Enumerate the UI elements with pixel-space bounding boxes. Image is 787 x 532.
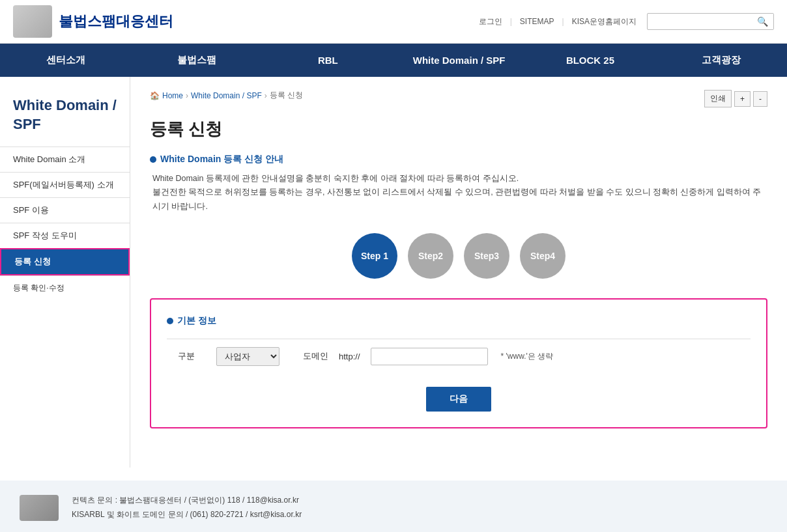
footer: 컨텍츠 문의 : 불법스팸대응센터 / (국번없이) 118 / 118@kis… [0, 481, 787, 532]
font-decrease-button[interactable]: - [753, 91, 767, 107]
info-line2: 불건전한 목적으로 허위정보를 등록하는 경우, 사전통보 없이 리스트에서 삭… [152, 188, 761, 210]
nav-bar: 센터소개 불법스팸 RBL White Domain / SPF BLOCK 2… [0, 44, 787, 77]
domain-input[interactable] [371, 348, 488, 365]
logo-image [13, 5, 52, 38]
sidebar: White Domain / SPF White Domain 소개 SPF(메… [0, 77, 130, 468]
print-button[interactable]: 인쇄 [704, 90, 732, 107]
footer-contact-line2: KISARBL 및 화이트 도메인 문의 / (061) 820-2721 / … [72, 508, 302, 522]
login-link[interactable]: 로그인 [479, 16, 502, 27]
sidebar-menu: White Domain 소개 SPF(메일서버등록제) 소개 SPF 이용 S… [0, 147, 130, 300]
domain-prefix: http:// [339, 352, 360, 361]
info-section: White Domain 등록 신청 안내 White Domain 등록제에 … [150, 154, 767, 214]
logo-text: 불법스팸대응센터 [59, 12, 173, 31]
next-button[interactable]: 다음 [426, 387, 491, 412]
main-content: 🏠 Home › White Domain / SPF › 등록 신청 인쇄 +… [130, 77, 787, 468]
steps: Step 1 Step2 Step3 Step4 [150, 233, 767, 279]
step-2: Step2 [408, 233, 453, 279]
main-container: White Domain / SPF White Domain 소개 SPF(메… [0, 77, 787, 468]
breadcrumb-current: 등록 신청 [270, 90, 303, 101]
breadcrumb-home-icon: 🏠 [150, 91, 160, 100]
nav-item-rbl[interactable]: RBL [263, 44, 394, 76]
breadcrumb-section[interactable]: White Domain / SPF [191, 91, 262, 100]
breadcrumb-home[interactable]: Home [162, 91, 183, 100]
search-box: 🔍 [647, 13, 774, 30]
nav-item-block25[interactable]: BLOCK 25 [524, 44, 655, 76]
nav-item-whitedomain[interactable]: White Domain / SPF [394, 44, 524, 76]
nav-item-customer[interactable]: 고객광장 [656, 44, 787, 77]
search-input[interactable] [648, 14, 752, 29]
sidebar-item-spf-use[interactable]: SPF 이용 [0, 197, 130, 223]
header: 불법스팸대응센터 로그인 | SITEMAP | KISA운영홈페이지 🔍 [0, 0, 787, 44]
sidebar-item-spf-guide[interactable]: SPF 작성 도우미 [0, 223, 130, 248]
sidebar-item-whitedomain-intro[interactable]: White Domain 소개 [0, 147, 130, 172]
form-section-title: 기본 정보 [167, 315, 751, 327]
step-1: Step 1 [352, 233, 397, 279]
info-line1: White Domain 등록제에 관한 안내설명을 충분히 숙지한 후에 아래… [152, 174, 519, 183]
kisa-link[interactable]: KISA운영홈페이지 [572, 16, 637, 27]
domain-label: 도메인 [303, 350, 328, 362]
page-title: 등록 신청 [150, 118, 767, 141]
domain-hint: * 'www.'은 생략 [501, 351, 554, 362]
logo-area: 불법스팸대응센터 [13, 5, 479, 38]
category-select[interactable]: 사업자 개인 기관 [216, 347, 279, 366]
footer-contact-line1: 컨텍츠 문의 : 불법스팸대응센터 / (국번없이) 118 / 118@kis… [72, 494, 302, 508]
sidebar-item-spf-intro[interactable]: SPF(메일서버등록제) 소개 [0, 172, 130, 197]
sidebar-title: White Domain / SPF [0, 90, 130, 147]
footer-text: 컨텍츠 문의 : 불법스팸대응센터 / (국번없이) 118 / 118@kis… [72, 494, 302, 522]
step-4: Step4 [520, 233, 565, 279]
info-section-title: White Domain 등록 신청 안내 [150, 154, 767, 165]
sidebar-item-confirm[interactable]: 등록 확인·수정 [0, 275, 130, 300]
nav-item-spam[interactable]: 불법스팸 [131, 44, 262, 77]
page-actions: 🏠 Home › White Domain / SPF › 등록 신청 인쇄 +… [150, 90, 767, 111]
form-row-category: 구분 사업자 개인 기관 도메인 http:// * 'www.'은 생략 [167, 339, 751, 374]
header-links: 로그인 | SITEMAP | KISA운영홈페이지 [479, 16, 637, 27]
form-actions: 다음 [167, 387, 751, 412]
sitemap-link[interactable]: SITEMAP [520, 17, 554, 26]
footer-logo [20, 495, 59, 521]
step-3: Step3 [464, 233, 509, 279]
form-section: 기본 정보 구분 사업자 개인 기관 도메인 http:// * 'www.'은… [150, 298, 767, 428]
sidebar-item-register[interactable]: 등록 신청 [0, 248, 130, 275]
breadcrumb: 🏠 Home › White Domain / SPF › 등록 신청 [150, 90, 303, 101]
action-buttons: 인쇄 + - [704, 90, 767, 107]
nav-item-center[interactable]: 센터소개 [0, 44, 131, 77]
category-label: 구분 [167, 350, 206, 362]
font-increase-button[interactable]: + [734, 91, 751, 107]
search-button[interactable]: 🔍 [752, 14, 773, 29]
info-text: White Domain 등록제에 관한 안내설명을 충분히 숙지한 후에 아래… [150, 172, 767, 214]
